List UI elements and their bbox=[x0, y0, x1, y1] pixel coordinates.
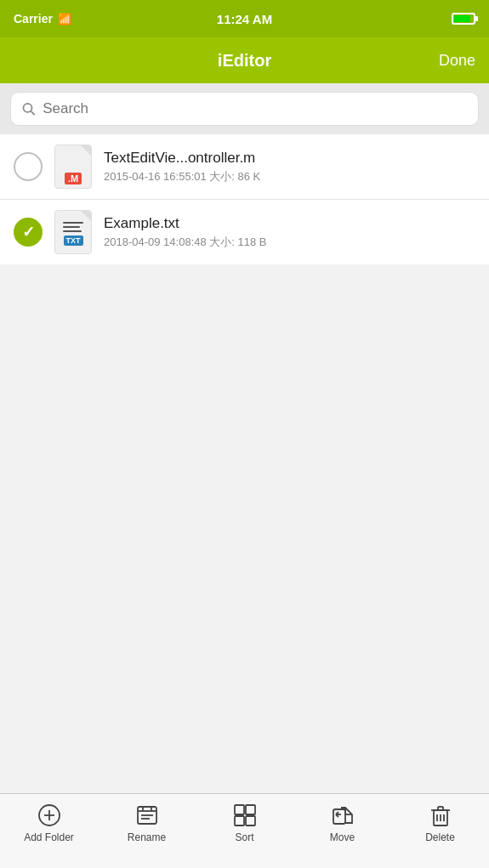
sort-button[interactable]: Sort bbox=[211, 803, 279, 843]
rename-icon bbox=[134, 803, 160, 828]
svg-line-1 bbox=[31, 111, 34, 115]
svg-rect-11 bbox=[235, 805, 244, 814]
done-button[interactable]: Done bbox=[439, 52, 475, 70]
battery-fill bbox=[454, 15, 470, 22]
list-item[interactable]: TXT Example.txt 2018-04-09 14:08:48 大小: … bbox=[0, 200, 489, 264]
txt-line bbox=[63, 222, 83, 224]
search-bar bbox=[10, 92, 479, 126]
svg-rect-13 bbox=[235, 816, 244, 825]
status-bar-time: 11:24 AM bbox=[217, 12, 272, 26]
toolbar: Add Folder Rename Sort bbox=[0, 793, 489, 868]
content-area bbox=[0, 264, 489, 868]
status-bar-right bbox=[452, 13, 475, 25]
rename-button[interactable]: Rename bbox=[113, 803, 181, 843]
search-icon bbox=[21, 101, 36, 116]
add-folder-label: Add Folder bbox=[24, 831, 74, 843]
delete-button[interactable]: Delete bbox=[407, 803, 475, 843]
move-button[interactable]: Move bbox=[309, 803, 377, 843]
file-1-info: TextEditVie...ontroller.m 2015-04-16 16:… bbox=[104, 150, 475, 184]
search-bar-container bbox=[0, 83, 489, 134]
svg-rect-14 bbox=[246, 816, 255, 825]
search-input[interactable] bbox=[43, 100, 468, 117]
txt-badge: TXT bbox=[64, 235, 83, 246]
svg-rect-15 bbox=[333, 809, 345, 824]
move-icon bbox=[330, 803, 355, 828]
list-item[interactable]: .M TextEditVie...ontroller.m 2015-04-16 … bbox=[0, 134, 489, 200]
nav-title: iEditor bbox=[218, 51, 271, 71]
file-1-meta: 2015-04-16 16:55:01 大小: 86 K bbox=[104, 169, 475, 184]
add-folder-icon bbox=[37, 803, 62, 828]
status-bar: Carrier 📶 11:24 AM bbox=[0, 0, 489, 37]
txt-line bbox=[63, 230, 82, 232]
file-1-name: TextEditVie...ontroller.m bbox=[104, 150, 475, 167]
delete-label: Delete bbox=[425, 831, 455, 843]
file-2-icon: TXT bbox=[53, 208, 94, 256]
carrier-label: Carrier bbox=[14, 12, 53, 26]
file-list: .M TextEditVie...ontroller.m 2015-04-16 … bbox=[0, 134, 489, 264]
txt-lines bbox=[63, 222, 83, 232]
file-1-checkbox[interactable] bbox=[14, 152, 43, 181]
add-folder-button[interactable]: Add Folder bbox=[15, 803, 83, 843]
delete-icon bbox=[428, 803, 453, 828]
nav-bar: iEditor Done bbox=[0, 37, 489, 83]
status-bar-left: Carrier 📶 bbox=[14, 12, 71, 26]
svg-rect-12 bbox=[246, 805, 255, 814]
sort-label: Sort bbox=[235, 831, 253, 843]
file-2-checkbox[interactable] bbox=[14, 218, 43, 247]
rename-label: Rename bbox=[128, 831, 166, 843]
file-2-info: Example.txt 2018-04-09 14:08:48 大小: 118 … bbox=[104, 215, 475, 250]
txt-file-icon: TXT bbox=[54, 210, 92, 254]
sort-icon bbox=[232, 803, 258, 828]
file-2-name: Example.txt bbox=[104, 215, 475, 232]
wifi-icon: 📶 bbox=[58, 13, 71, 26]
battery-icon bbox=[452, 13, 475, 25]
file-2-meta: 2018-04-09 14:08:48 大小: 118 B bbox=[104, 235, 475, 250]
m-badge: .M bbox=[65, 173, 82, 184]
txt-line bbox=[63, 226, 80, 228]
move-label: Move bbox=[330, 831, 355, 843]
svg-point-0 bbox=[23, 104, 31, 112]
m-file-icon: .M bbox=[54, 145, 92, 189]
file-1-icon: .M bbox=[53, 143, 94, 190]
